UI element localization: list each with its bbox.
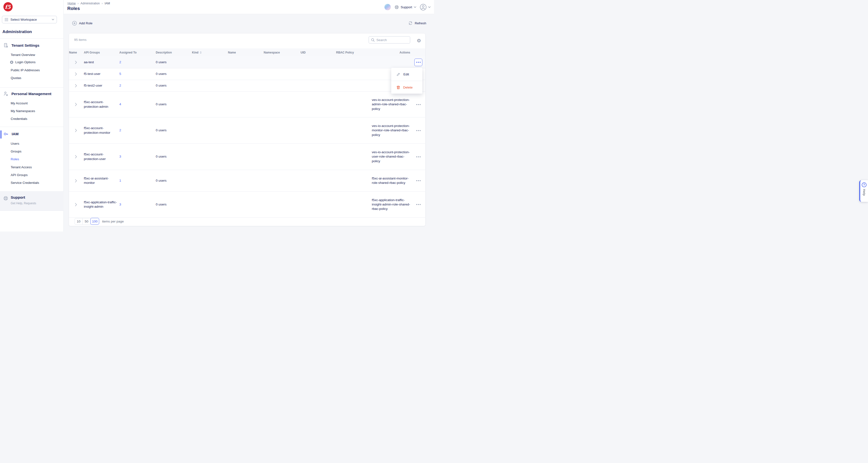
- row-expand-button[interactable]: [69, 72, 83, 76]
- page-size-10-button[interactable]: 10: [74, 218, 83, 225]
- sidebar-item-tenant-overview[interactable]: Tenant Overview: [11, 53, 35, 57]
- chevron-right-icon: [75, 72, 77, 76]
- column-label: Namespace: [264, 51, 280, 54]
- search-input-wrapper: [369, 36, 410, 44]
- sidebar-section-iam[interactable]: IAM: [3, 132, 19, 137]
- sidebar-item-public-ip-addresses[interactable]: Public IP Addresses: [11, 68, 40, 73]
- rbac-policy: ves-io-account-protection-user-role-shar…: [372, 150, 410, 163]
- sidebar-item-users[interactable]: Users: [11, 142, 19, 146]
- rbac-policy: ves-io-account-protection-admin-role-sha…: [372, 98, 410, 110]
- workspace-selector[interactable]: Select Workspace: [2, 16, 57, 23]
- support-title: Support: [11, 195, 25, 200]
- refresh-button[interactable]: Refresh: [408, 21, 426, 25]
- support-menu-button[interactable]: Support: [394, 5, 416, 9]
- sidebar-section-personal-management[interactable]: Personal Management: [3, 91, 52, 96]
- assigned-to: 0 users: [156, 179, 166, 182]
- table-row: f5-test2-user 2 0 users: [69, 80, 425, 92]
- search-input[interactable]: [376, 38, 403, 42]
- sidebar-item-my-account[interactable]: My Account: [11, 101, 28, 106]
- section-title: IAM: [12, 132, 19, 136]
- rbac-policy: ves-io-account-protection-monitor-role-s…: [372, 124, 410, 137]
- breadcrumb-iam: IAM: [105, 2, 110, 5]
- pagination: 10 50 100 items per page: [74, 218, 124, 225]
- row-expand-button[interactable]: [69, 203, 83, 206]
- chevron-down-icon: [428, 6, 431, 8]
- column-header-actions: Actions: [371, 51, 410, 54]
- role-name: f5xc-account-protection-monitor: [84, 126, 110, 134]
- column-header-uid: UID: [299, 51, 335, 54]
- row-expand-button[interactable]: [69, 84, 83, 88]
- tenant-settings-icon: [3, 43, 8, 48]
- person-gear-icon: [3, 91, 8, 96]
- assigned-to: 0 users: [156, 103, 166, 106]
- table-settings-gear-icon[interactable]: ⚙: [416, 37, 422, 44]
- api-groups-link[interactable]: 3: [119, 155, 121, 158]
- row-actions-button[interactable]: [414, 177, 422, 184]
- sidebar-item-label: Login Options: [15, 60, 35, 64]
- lifebuoy-icon: [3, 196, 8, 201]
- context-menu-edit[interactable]: Edit: [391, 68, 422, 81]
- table-row: f5-test-user 5 0 users: [69, 68, 425, 80]
- sidebar-item-my-namespaces[interactable]: My Namespaces: [11, 109, 35, 113]
- rbac-policy: f5xc-application-traffic-insight-admin-r…: [372, 198, 410, 210]
- row-actions-button[interactable]: [414, 59, 422, 66]
- sidebar: f5 Select Workspace Administration Tenan…: [0, 0, 64, 231]
- api-groups-link[interactable]: 1: [119, 179, 121, 182]
- sidebar-item-groups[interactable]: Groups: [11, 149, 21, 154]
- sidebar-item-api-groups[interactable]: API Groups: [11, 173, 28, 177]
- api-groups-link[interactable]: 4: [119, 103, 121, 106]
- table-row: f5xc-ai-assistant-monitor 1 0 users f5xc…: [69, 170, 425, 192]
- context-menu-delete[interactable]: Delete: [391, 81, 422, 94]
- sidebar-item-login-options[interactable]: Login Options: [10, 60, 35, 64]
- sidebar-section-tenant-settings[interactable]: Tenant Settings: [3, 43, 39, 48]
- sidebar-item-quotas[interactable]: Quotas: [11, 76, 21, 80]
- row-expand-button[interactable]: [69, 128, 83, 132]
- row-expand-button[interactable]: [69, 155, 83, 158]
- api-groups-link[interactable]: 2: [119, 60, 121, 64]
- sort-icon[interactable]: [200, 51, 202, 54]
- chevron-right-icon: [75, 103, 77, 106]
- add-role-button[interactable]: Add Role: [72, 21, 93, 26]
- breadcrumb-home[interactable]: Home: [67, 2, 75, 5]
- user-circle-icon: [420, 4, 427, 10]
- column-label: Description: [156, 51, 172, 54]
- sidebar-item-credentials[interactable]: Credentials: [11, 117, 27, 121]
- tenant-avatar[interactable]: [384, 4, 391, 10]
- page-size-100-button[interactable]: 100: [90, 218, 99, 225]
- table-row: f5xc-account-protection-monitor 2 0 user…: [69, 117, 425, 144]
- assigned-to: 0 users: [156, 84, 166, 87]
- sidebar-support-section[interactable]: Support Get Help, Requests: [0, 192, 64, 211]
- section-title: Personal Management: [11, 92, 52, 96]
- refresh-label: Refresh: [415, 21, 426, 25]
- assigned-to: 0 users: [156, 128, 166, 132]
- row-expand-button[interactable]: [69, 103, 83, 106]
- add-role-label: Add Role: [79, 21, 93, 25]
- api-groups-link[interactable]: 5: [119, 72, 121, 76]
- account-menu-button[interactable]: [420, 4, 431, 10]
- row-actions-button[interactable]: [414, 201, 422, 208]
- section-title: Tenant Settings: [11, 43, 39, 48]
- row-actions-button[interactable]: [414, 127, 422, 134]
- api-groups-link[interactable]: 2: [119, 128, 121, 132]
- api-groups-link[interactable]: 3: [119, 203, 121, 206]
- chevron-right-icon: [75, 179, 77, 183]
- chevron-down-icon: [414, 6, 416, 8]
- column-header-api-groups: API Groups: [83, 51, 118, 54]
- table-row: aa-test 2 0 users: [69, 56, 425, 68]
- lifebuoy-icon: [394, 5, 399, 9]
- column-header-description: Description: [155, 51, 191, 54]
- row-actions-button[interactable]: [414, 101, 422, 108]
- page-title: Roles: [67, 6, 80, 11]
- sidebar-item-roles[interactable]: Roles: [11, 157, 19, 162]
- table-row: f5xc-application-traffic-insight-admin 3…: [69, 192, 425, 218]
- role-name: f5xc-application-traffic-insight-admin: [84, 200, 117, 208]
- column-header-kind[interactable]: Kind: [191, 51, 227, 54]
- page-size-50-button[interactable]: 50: [83, 218, 91, 225]
- sidebar-item-service-credentials[interactable]: Service Credentials: [11, 181, 39, 185]
- refresh-icon: [408, 21, 413, 25]
- sidebar-item-tenant-access[interactable]: Tenant Access: [11, 165, 32, 170]
- row-actions-button[interactable]: [414, 153, 422, 161]
- row-expand-button[interactable]: [69, 61, 83, 64]
- row-expand-button[interactable]: [69, 179, 83, 183]
- api-groups-link[interactable]: 2: [119, 84, 121, 87]
